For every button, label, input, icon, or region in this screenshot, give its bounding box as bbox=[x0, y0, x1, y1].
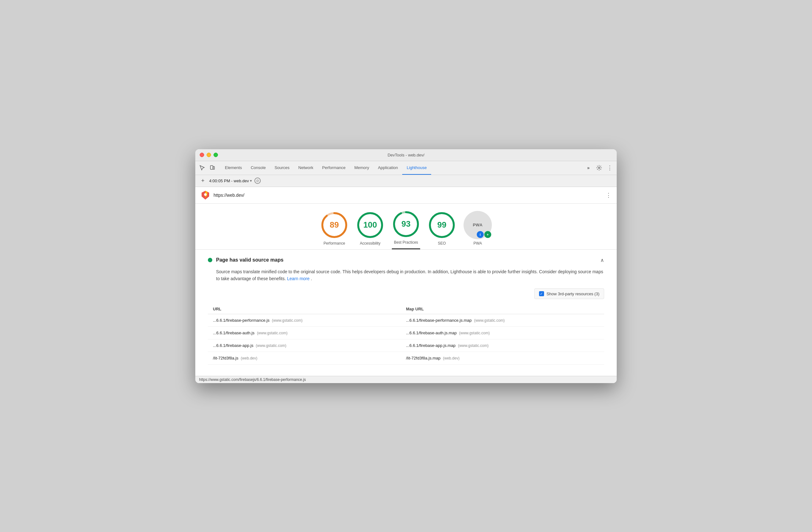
svg-rect-1 bbox=[213, 167, 215, 169]
lighthouse-kebab-button[interactable]: ⋮ bbox=[606, 192, 612, 199]
block-icon[interactable]: ⊘ bbox=[255, 178, 261, 184]
toolbar-right: » ⋮ bbox=[584, 163, 614, 172]
checkbox-icon: ✓ bbox=[539, 291, 544, 296]
settings-button[interactable] bbox=[595, 163, 604, 172]
table-row[interactable]: ...6.6.1/firebase-performance.js (www.gs… bbox=[208, 314, 604, 327]
session-selector[interactable]: 4:00:05 PM - web.dev ▾ bbox=[209, 179, 252, 183]
devtools-toolbar: Elements Console Sources Network Perform… bbox=[195, 161, 617, 175]
pwa-badges: i + bbox=[477, 231, 491, 238]
cell-url: ...6.6.1/firebase-app.js (www.gstatic.co… bbox=[213, 343, 406, 348]
score-performance[interactable]: 89 Performance bbox=[320, 211, 348, 249]
audit-description: Source maps translate minified code to t… bbox=[216, 268, 604, 282]
inspect-icon[interactable] bbox=[198, 163, 207, 172]
customize-button[interactable]: ⋮ bbox=[605, 163, 614, 172]
tab-memory[interactable]: Memory bbox=[350, 161, 374, 175]
score-label-performance: Performance bbox=[323, 241, 345, 246]
status-bar-url: https://www.gstatic.com/firebasejs/6.6.1… bbox=[199, 377, 306, 382]
chevron-down-icon: ▾ bbox=[250, 179, 252, 183]
score-seo[interactable]: 99 SEO bbox=[428, 211, 456, 249]
cell-map: ...6.6.1/firebase-app.js.map (www.gstati… bbox=[406, 343, 599, 348]
pwa-badge-optimized: + bbox=[484, 231, 491, 238]
audit-title: Page has valid source maps bbox=[216, 257, 284, 263]
cell-map: ...6.6.1/firebase-auth.js.map (www.gstat… bbox=[406, 331, 599, 335]
lighthouse-header: https://web.dev/ ⋮ bbox=[195, 187, 617, 204]
tab-application[interactable]: Application bbox=[374, 161, 403, 175]
audit-header: Page has valid source maps ∧ bbox=[208, 257, 604, 263]
score-label-best-practices: Best Practices bbox=[394, 240, 418, 244]
col-header-url: URL bbox=[213, 307, 406, 311]
tab-network[interactable]: Network bbox=[294, 161, 318, 175]
third-party-row: ✓ Show 3rd-party resources (3) bbox=[208, 288, 604, 299]
score-pwa[interactable]: PWA i + PWA bbox=[464, 211, 492, 249]
show-third-party-checkbox[interactable]: ✓ Show 3rd-party resources (3) bbox=[534, 288, 604, 299]
score-best-practices[interactable]: 93 Best Practices bbox=[392, 210, 420, 249]
score-accessibility[interactable]: 100 Accessibility bbox=[356, 211, 384, 249]
resource-table: URL Map URL ...6.6.1/firebase-performanc… bbox=[208, 304, 604, 365]
svg-point-5 bbox=[204, 193, 207, 196]
table-row[interactable]: ...6.6.1/firebase-auth.js (www.gstatic.c… bbox=[208, 327, 604, 339]
audit-collapse-button[interactable]: ∧ bbox=[600, 257, 604, 263]
learn-more-link[interactable]: Learn more bbox=[287, 276, 310, 281]
tab-sources[interactable]: Sources bbox=[270, 161, 294, 175]
toolbar-icons bbox=[198, 163, 217, 172]
cell-url: /lit-72fd3f8a.js (web.dev) bbox=[213, 356, 406, 361]
window-title: DevTools - web.dev/ bbox=[388, 153, 424, 157]
audit-pass-dot bbox=[208, 258, 212, 262]
scores-row: 89 Performance 100 Accessibility bbox=[195, 204, 617, 249]
pwa-circle: PWA i + bbox=[464, 211, 492, 239]
tab-performance[interactable]: Performance bbox=[318, 161, 350, 175]
third-party-label: Show 3rd-party resources (3) bbox=[547, 292, 599, 296]
fullscreen-button[interactable] bbox=[214, 153, 218, 157]
score-label-seo: SEO bbox=[438, 241, 446, 246]
svg-rect-0 bbox=[211, 166, 213, 169]
tab-lighthouse[interactable]: Lighthouse bbox=[402, 161, 431, 175]
score-value-seo: 99 bbox=[437, 220, 447, 230]
more-tabs-button[interactable]: » bbox=[584, 163, 593, 172]
devtools-window: DevTools - web.dev/ Elements Console bbox=[195, 149, 617, 383]
lighthouse-url-row: https://web.dev/ bbox=[200, 190, 244, 200]
status-bar: https://www.gstatic.com/firebasejs/6.6.1… bbox=[195, 376, 617, 383]
svg-point-2 bbox=[598, 167, 600, 169]
score-value-accessibility: 100 bbox=[363, 220, 377, 230]
cell-map: ...6.6.1/firebase-performance.js.map (ww… bbox=[406, 318, 599, 323]
minimize-button[interactable] bbox=[207, 153, 211, 157]
titlebar: DevTools - web.dev/ bbox=[195, 149, 617, 161]
cell-map: /lit-72fd3f8a.js.map (web.dev) bbox=[406, 356, 599, 361]
device-toggle-icon[interactable] bbox=[208, 163, 217, 172]
table-header: URL Map URL bbox=[208, 304, 604, 314]
cell-url: ...6.6.1/firebase-auth.js (www.gstatic.c… bbox=[213, 331, 406, 335]
table-row[interactable]: /lit-72fd3f8a.js (web.dev) /lit-72fd3f8a… bbox=[208, 352, 604, 365]
content-area: https://web.dev/ ⋮ 89 Performance bbox=[195, 187, 617, 376]
lighthouse-icon bbox=[200, 190, 211, 200]
audit-title-row: Page has valid source maps bbox=[208, 257, 284, 263]
close-button[interactable] bbox=[200, 153, 204, 157]
url-bar-row: + 4:00:05 PM - web.dev ▾ ⊘ bbox=[195, 175, 617, 187]
tabs-list: Elements Console Sources Network Perform… bbox=[220, 161, 584, 175]
score-value-performance: 89 bbox=[330, 220, 339, 230]
tab-console[interactable]: Console bbox=[246, 161, 270, 175]
cell-url: ...6.6.1/firebase-performance.js (www.gs… bbox=[213, 318, 406, 323]
table-row[interactable]: ...6.6.1/firebase-app.js (www.gstatic.co… bbox=[208, 339, 604, 352]
score-value-best-practices: 93 bbox=[402, 219, 411, 229]
traffic-lights bbox=[200, 153, 218, 157]
score-label-pwa: PWA bbox=[474, 241, 482, 246]
pwa-badge-installable: i bbox=[477, 231, 484, 238]
score-label-accessibility: Accessibility bbox=[360, 241, 380, 246]
audit-section: Page has valid source maps ∧ Source maps… bbox=[195, 250, 617, 373]
lighthouse-url: https://web.dev/ bbox=[214, 193, 244, 198]
col-header-map: Map URL bbox=[406, 307, 599, 311]
tab-elements[interactable]: Elements bbox=[220, 161, 246, 175]
add-tab-button[interactable]: + bbox=[199, 177, 207, 184]
